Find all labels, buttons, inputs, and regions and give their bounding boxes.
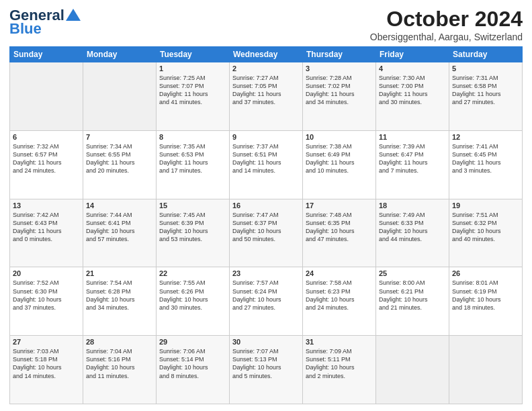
- day-info: Sunrise: 7:42 AM Sunset: 6:43 PM Dayligh…: [13, 211, 80, 244]
- calendar-cell: 7Sunrise: 7:34 AM Sunset: 6:55 PM Daylig…: [83, 130, 157, 199]
- calendar-title: October 2024: [370, 7, 523, 32]
- col-header-monday: Monday: [83, 47, 157, 62]
- day-number: 23: [232, 269, 300, 277]
- calendar-cell: 18Sunrise: 7:49 AM Sunset: 6:33 PM Dayli…: [376, 199, 449, 267]
- svg-marker-0: [66, 9, 81, 21]
- calendar-week-5: 27Sunrise: 7:03 AM Sunset: 5:18 PM Dayli…: [10, 336, 523, 404]
- calendar-cell: 24Sunrise: 7:58 AM Sunset: 6:23 PM Dayli…: [303, 267, 376, 336]
- col-header-wednesday: Wednesday: [230, 47, 303, 62]
- calendar-cell: [10, 62, 83, 131]
- col-header-thursday: Thursday: [303, 47, 376, 62]
- day-number: 8: [159, 133, 226, 141]
- day-number: 28: [86, 338, 153, 346]
- calendar-week-2: 6Sunrise: 7:32 AM Sunset: 6:57 PM Daylig…: [10, 130, 523, 199]
- day-info: Sunrise: 7:39 AM Sunset: 6:47 PM Dayligh…: [379, 142, 446, 175]
- col-header-saturday: Saturday: [449, 47, 523, 62]
- day-info: Sunrise: 7:57 AM Sunset: 6:24 PM Dayligh…: [232, 279, 300, 312]
- calendar-cell: 6Sunrise: 7:32 AM Sunset: 6:57 PM Daylig…: [10, 130, 83, 199]
- calendar-cell: [449, 336, 523, 404]
- calendar-cell: 25Sunrise: 8:00 AM Sunset: 6:21 PM Dayli…: [376, 267, 449, 336]
- calendar-cell: 4Sunrise: 7:30 AM Sunset: 7:00 PM Daylig…: [376, 62, 449, 131]
- calendar-cell: 1Sunrise: 7:25 AM Sunset: 7:07 PM Daylig…: [157, 62, 230, 131]
- calendar-cell: 28Sunrise: 7:04 AM Sunset: 5:16 PM Dayli…: [83, 336, 157, 404]
- day-info: Sunrise: 7:25 AM Sunset: 7:07 PM Dayligh…: [159, 74, 226, 107]
- calendar-cell: 3Sunrise: 7:28 AM Sunset: 7:02 PM Daylig…: [303, 62, 376, 131]
- day-info: Sunrise: 7:38 AM Sunset: 6:49 PM Dayligh…: [306, 142, 373, 175]
- day-number: 19: [452, 201, 519, 210]
- day-number: 14: [86, 201, 153, 210]
- day-number: 1: [159, 64, 226, 73]
- calendar-cell: 30Sunrise: 7:07 AM Sunset: 5:13 PM Dayli…: [230, 336, 303, 404]
- calendar-cell: 13Sunrise: 7:42 AM Sunset: 6:43 PM Dayli…: [10, 199, 83, 267]
- calendar-cell: 16Sunrise: 7:47 AM Sunset: 6:37 PM Dayli…: [230, 199, 303, 267]
- col-header-tuesday: Tuesday: [157, 47, 230, 62]
- day-number: 30: [232, 338, 300, 346]
- calendar-cell: 17Sunrise: 7:48 AM Sunset: 6:35 PM Dayli…: [303, 199, 376, 267]
- calendar-cell: 5Sunrise: 7:31 AM Sunset: 6:58 PM Daylig…: [449, 62, 523, 131]
- calendar-cell: 8Sunrise: 7:35 AM Sunset: 6:53 PM Daylig…: [157, 130, 230, 199]
- day-number: 20: [13, 269, 80, 277]
- day-number: 29: [159, 338, 226, 346]
- calendar-cell: 12Sunrise: 7:41 AM Sunset: 6:45 PM Dayli…: [449, 130, 523, 199]
- calendar-subtitle: Obersiggenthal, Aargau, Switzerland: [370, 32, 523, 42]
- calendar-cell: 31Sunrise: 7:09 AM Sunset: 5:11 PM Dayli…: [303, 336, 376, 404]
- day-info: Sunrise: 7:09 AM Sunset: 5:11 PM Dayligh…: [306, 347, 373, 380]
- calendar-week-4: 20Sunrise: 7:52 AM Sunset: 6:30 PM Dayli…: [10, 267, 523, 336]
- calendar-cell: 11Sunrise: 7:39 AM Sunset: 6:47 PM Dayli…: [376, 130, 449, 199]
- day-number: 10: [306, 133, 373, 141]
- day-number: 15: [159, 201, 226, 210]
- calendar-cell: [376, 336, 449, 404]
- calendar-week-3: 13Sunrise: 7:42 AM Sunset: 6:43 PM Dayli…: [10, 199, 523, 267]
- calendar-header-row: SundayMondayTuesdayWednesdayThursdayFrid…: [10, 47, 523, 62]
- calendar-cell: 27Sunrise: 7:03 AM Sunset: 5:18 PM Dayli…: [10, 336, 83, 404]
- day-info: Sunrise: 7:52 AM Sunset: 6:30 PM Dayligh…: [13, 279, 80, 312]
- calendar-cell: 15Sunrise: 7:45 AM Sunset: 6:39 PM Dayli…: [157, 199, 230, 267]
- day-number: 31: [306, 338, 373, 346]
- day-info: Sunrise: 7:51 AM Sunset: 6:32 PM Dayligh…: [452, 211, 519, 244]
- day-info: Sunrise: 7:35 AM Sunset: 6:53 PM Dayligh…: [159, 142, 226, 175]
- day-number: 27: [13, 338, 80, 346]
- calendar-cell: 2Sunrise: 7:27 AM Sunset: 7:05 PM Daylig…: [230, 62, 303, 131]
- day-info: Sunrise: 7:55 AM Sunset: 6:26 PM Dayligh…: [159, 279, 226, 312]
- day-number: 11: [379, 133, 446, 141]
- day-number: 22: [159, 269, 226, 277]
- day-number: 21: [86, 269, 153, 277]
- day-info: Sunrise: 7:28 AM Sunset: 7:02 PM Dayligh…: [306, 74, 373, 107]
- calendar-cell: 10Sunrise: 7:38 AM Sunset: 6:49 PM Dayli…: [303, 130, 376, 199]
- calendar-cell: 19Sunrise: 7:51 AM Sunset: 6:32 PM Dayli…: [449, 199, 523, 267]
- day-info: Sunrise: 7:41 AM Sunset: 6:45 PM Dayligh…: [452, 142, 519, 175]
- day-number: 13: [13, 201, 80, 210]
- logo-blue: Blue: [9, 20, 42, 38]
- day-number: 12: [452, 133, 519, 141]
- calendar-cell: 21Sunrise: 7:54 AM Sunset: 6:28 PM Dayli…: [83, 267, 157, 336]
- day-number: 24: [306, 269, 373, 277]
- calendar-cell: [83, 62, 157, 131]
- title-block: October 2024 Obersiggenthal, Aargau, Swi…: [370, 7, 523, 42]
- logo: General Blue: [9, 7, 81, 38]
- day-info: Sunrise: 7:45 AM Sunset: 6:39 PM Dayligh…: [159, 211, 226, 244]
- header: General Blue October 2024 Obersiggenthal…: [9, 7, 523, 42]
- calendar-week-1: 1Sunrise: 7:25 AM Sunset: 7:07 PM Daylig…: [10, 62, 523, 131]
- day-info: Sunrise: 7:34 AM Sunset: 6:55 PM Dayligh…: [86, 142, 153, 175]
- day-info: Sunrise: 7:04 AM Sunset: 5:16 PM Dayligh…: [86, 347, 153, 380]
- day-number: 5: [452, 64, 519, 73]
- calendar-table: SundayMondayTuesdayWednesdayThursdayFrid…: [9, 46, 523, 404]
- logo-icon: [66, 9, 81, 21]
- day-number: 6: [13, 133, 80, 141]
- col-header-sunday: Sunday: [10, 47, 83, 62]
- day-number: 17: [306, 201, 373, 210]
- day-info: Sunrise: 7:37 AM Sunset: 6:51 PM Dayligh…: [232, 142, 300, 175]
- day-number: 26: [452, 269, 519, 277]
- day-info: Sunrise: 7:48 AM Sunset: 6:35 PM Dayligh…: [306, 211, 373, 244]
- day-number: 2: [232, 64, 300, 73]
- day-info: Sunrise: 7:31 AM Sunset: 6:58 PM Dayligh…: [452, 74, 519, 107]
- calendar-cell: 29Sunrise: 7:06 AM Sunset: 5:14 PM Dayli…: [157, 336, 230, 404]
- day-info: Sunrise: 7:54 AM Sunset: 6:28 PM Dayligh…: [86, 279, 153, 312]
- day-info: Sunrise: 7:07 AM Sunset: 5:13 PM Dayligh…: [232, 347, 300, 380]
- day-number: 3: [306, 64, 373, 73]
- col-header-friday: Friday: [376, 47, 449, 62]
- day-info: Sunrise: 7:58 AM Sunset: 6:23 PM Dayligh…: [306, 279, 373, 312]
- day-info: Sunrise: 7:30 AM Sunset: 7:00 PM Dayligh…: [379, 74, 446, 107]
- day-number: 25: [379, 269, 446, 277]
- calendar-cell: 26Sunrise: 8:01 AM Sunset: 6:19 PM Dayli…: [449, 267, 523, 336]
